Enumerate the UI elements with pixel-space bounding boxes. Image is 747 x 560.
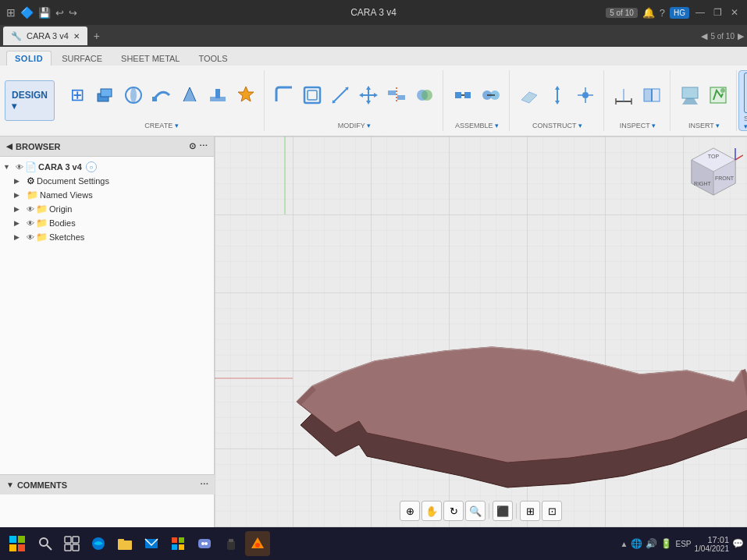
comments-expand-icon[interactable]: ▼ (6, 480, 14, 489)
help-icon[interactable]: ? (660, 7, 665, 19)
browser-search-icon[interactable]: ⊙ (189, 141, 196, 151)
system-tray-expand[interactable]: ▲ (621, 540, 628, 548)
revolve-btn[interactable] (120, 76, 147, 116)
start-btn[interactable] (3, 530, 31, 558)
tab-sheet-metal[interactable]: SHEET METAL (112, 51, 188, 66)
tab-close-btn[interactable]: ✕ (73, 32, 80, 41)
notifications-icon[interactable]: 🔔 (642, 7, 655, 19)
minimize-btn[interactable]: — (694, 6, 706, 19)
tree-item-root[interactable]: ▼ 👁 📄 CARA 3 v4 ○ (0, 160, 214, 174)
shell-btn[interactable] (299, 76, 325, 116)
axis-btn[interactable] (544, 76, 571, 116)
tree-item-bodies[interactable]: ▶ 👁 📁 Bodies (0, 216, 214, 230)
network-icon[interactable]: 🌐 (631, 538, 642, 549)
tree-badge-root[interactable]: ○ (86, 161, 97, 172)
taskbar-search-btn[interactable] (33, 531, 58, 556)
tree-item-named-views[interactable]: ▶ 📁 Named Views (0, 188, 214, 202)
browser-expand-icon[interactable]: ◀ (6, 142, 12, 151)
user-badge[interactable]: HG (670, 7, 689, 19)
nav-cursor-btn[interactable]: ⊕ (400, 501, 420, 521)
more-create-btn[interactable] (233, 76, 259, 116)
revolve-icon (123, 84, 144, 108)
extrude-btn[interactable] (92, 76, 119, 116)
tree-arrow-sketches: ▶ (14, 233, 25, 241)
combine-btn[interactable] (411, 76, 438, 116)
new-component-btn[interactable]: ⊞ (64, 76, 91, 116)
browser-header: ◀ BROWSER ⊙ ⋯ (0, 136, 214, 157)
as-built-joint-btn[interactable] (478, 76, 504, 116)
scale-btn[interactable] (327, 76, 354, 116)
ribbon-group-modify: MODIFY ▾ (266, 70, 443, 131)
insert-mesh-btn[interactable] (677, 76, 703, 116)
align-btn[interactable] (383, 76, 410, 116)
move-btn[interactable] (355, 76, 382, 116)
plane-btn[interactable] (516, 76, 542, 116)
zoom-btn[interactable]: 🔍 (465, 501, 486, 521)
tree-vis-root[interactable]: 👁 (16, 163, 23, 172)
app-body: ⊞ 🔷 💾 ↩ ↪ CARA 3 v4 5 of 10 🔔 ? HG — ❐ ✕… (0, 0, 747, 560)
save-icon[interactable]: 💾 (38, 7, 51, 19)
tree-item-doc-settings[interactable]: ▶ ⚙ Document Settings (0, 174, 214, 188)
tree-vis-sketches[interactable]: 👁 (27, 233, 34, 242)
svg-point-93 (205, 542, 208, 545)
taskbar-android-btn[interactable] (219, 531, 244, 556)
loft-btn[interactable] (176, 76, 203, 116)
svg-marker-33 (521, 92, 537, 103)
notification-btn[interactable]: 💬 (732, 538, 744, 549)
svg-marker-35 (555, 86, 560, 90)
taskbar-fusion-btn[interactable] (245, 531, 270, 556)
keyboard-layout[interactable]: ESP (675, 540, 691, 548)
close-btn[interactable]: ✕ (728, 6, 741, 19)
section-analysis-btn[interactable] (639, 76, 665, 116)
design-dropdown-btn[interactable]: DESIGN ▾ (5, 80, 55, 121)
comments-menu[interactable]: ⋯ (200, 480, 208, 490)
taskbar-clock[interactable]: 17:01 1/04/2021 (695, 535, 730, 553)
tab-solid[interactable]: SOLID (6, 51, 52, 66)
taskbar-taskview-btn[interactable] (59, 531, 84, 556)
volume-icon[interactable]: 🔊 (646, 538, 657, 549)
modify-group-label: MODIFY ▾ (338, 120, 371, 129)
undo-btn[interactable]: ↩ (55, 7, 64, 19)
sweep-btn[interactable] (148, 76, 175, 116)
svg-rect-95 (229, 539, 233, 542)
tree-item-sketches[interactable]: ▶ 👁 📁 Sketches (0, 230, 214, 244)
svg-point-3 (130, 87, 137, 103)
app-grid-icon[interactable]: ⊞ (6, 6, 16, 19)
pan-btn[interactable]: ✋ (422, 501, 442, 521)
orbit-btn[interactable]: ↻ (443, 501, 464, 521)
grid-btn[interactable]: ⊞ (520, 501, 540, 521)
fillet-btn[interactable] (271, 76, 297, 116)
taskbar-edge-btn[interactable] (86, 531, 111, 556)
taskbar-discord-btn[interactable] (192, 531, 217, 556)
tree-item-origin[interactable]: ▶ 👁 📁 Origin (0, 202, 214, 216)
svg-line-78 (47, 545, 52, 550)
view-cube[interactable]: TOP FRONT RIGHT (685, 144, 739, 199)
tree-vis-bodies[interactable]: 👁 (27, 219, 34, 228)
restore-btn[interactable]: ❐ (711, 6, 724, 19)
tab-surface[interactable]: SURFACE (53, 51, 111, 66)
tree-vis-origin[interactable]: 👁 (27, 205, 34, 214)
rib-btn[interactable] (205, 76, 231, 116)
measure-btn[interactable] (610, 76, 637, 116)
battery-icon[interactable]: 🔋 (660, 538, 672, 549)
taskbar-explorer-btn[interactable] (112, 531, 137, 556)
title-right-controls: 5 of 10 🔔 ? HG — ❐ ✕ (606, 6, 741, 19)
insert-svg-btn[interactable] (705, 76, 731, 116)
tab-count-label: 5 of 10 (710, 32, 735, 41)
tab-tools[interactable]: TOOLS (190, 51, 236, 66)
inspect-btn-row (610, 72, 665, 120)
tab-cara3v4[interactable]: 🔧 CARA 3 v4 ✕ (3, 27, 87, 45)
viewport[interactable]: TOP FRONT RIGHT ⊕ ✋ ↻ 🔍 ⬛ ⊞ (215, 136, 747, 527)
select-tool-btn[interactable] (744, 73, 747, 113)
taskbar-mail-btn[interactable] (139, 531, 164, 556)
taskbar-store-btn[interactable] (165, 531, 190, 556)
environment-btn[interactable]: ⊡ (542, 501, 562, 521)
point-btn[interactable] (572, 76, 599, 116)
redo-btn[interactable]: ↪ (69, 7, 77, 19)
tab-next-btn[interactable]: ▶ (738, 31, 744, 41)
tab-prev-btn[interactable]: ◀ (701, 31, 707, 41)
joint-btn[interactable] (450, 76, 476, 116)
browser-menu-icon[interactable]: ⋯ (199, 141, 208, 151)
display-mode-btn[interactable]: ⬛ (493, 501, 513, 521)
add-tab-btn[interactable]: + (89, 28, 105, 44)
